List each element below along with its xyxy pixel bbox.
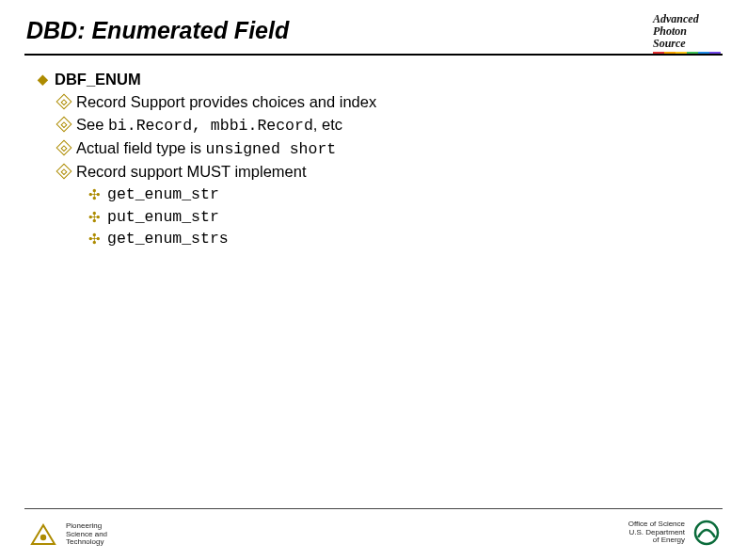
bullet-text: Actual field type is unsigned short	[76, 137, 336, 161]
aps-logo-line3: Source	[653, 38, 721, 50]
bullet-level1: ◆ DBF_ENUM	[38, 69, 721, 91]
argonne-logo-icon	[30, 523, 56, 546]
bullet-level3: ✣ put_enum_str	[88, 206, 721, 229]
diamond-open-icon	[58, 96, 70, 107]
doe-logo-icon	[692, 519, 721, 547]
bullet-level2: See bi.Record, mbbi.Record, etc	[58, 114, 721, 137]
club-icon: ✣	[88, 184, 101, 205]
footer-right-text: Office of Science U.S. Department of Ene…	[628, 520, 685, 545]
diamond-open-icon	[58, 119, 70, 130]
bullet-level3: ✣ get_enum_str	[88, 184, 721, 206]
aps-logo: Advanced Photon Source	[653, 13, 721, 54]
bullet-text: Record support MUST implement	[76, 161, 307, 184]
diamond-open-icon	[58, 166, 70, 177]
content-area: ◆ DBF_ENUM Record Support provides choic…	[0, 56, 747, 250]
bullet-text: Record Support provides choices and inde…	[76, 91, 376, 114]
bullet-level2: Record support MUST implement	[58, 161, 721, 184]
footer-right: Office of Science U.S. Department of Ene…	[628, 519, 721, 547]
aps-logo-line2: Photon	[653, 25, 721, 38]
bullet-text: get_enum_str	[107, 184, 219, 206]
footer-left-text: Pioneering Science and Technology	[66, 522, 107, 547]
bullet-text: put_enum_str	[107, 206, 219, 229]
footer-rule	[24, 508, 723, 509]
svg-point-1	[40, 535, 46, 540]
svg-point-2	[695, 521, 718, 544]
aps-logo-line1: Advanced	[653, 13, 721, 25]
bullet-text: See bi.Record, mbbi.Record, etc	[76, 114, 342, 137]
bullet-text: get_enum_strs	[107, 228, 229, 250]
bullet-text: DBF_ENUM	[55, 69, 141, 91]
slide-title: DBD: Enumerated Field	[26, 17, 721, 44]
diamond-filled-icon: ◆	[38, 69, 48, 89]
diamond-open-icon	[58, 142, 70, 153]
bullet-level2: Record Support provides choices and inde…	[58, 91, 721, 114]
rainbow-stripe-icon	[653, 52, 721, 54]
club-icon: ✣	[88, 206, 101, 228]
club-icon: ✣	[88, 228, 101, 249]
bullet-level2: Actual field type is unsigned short	[58, 137, 721, 161]
footer-left: Pioneering Science and Technology	[30, 522, 107, 547]
bullet-level3: ✣ get_enum_strs	[88, 228, 721, 250]
